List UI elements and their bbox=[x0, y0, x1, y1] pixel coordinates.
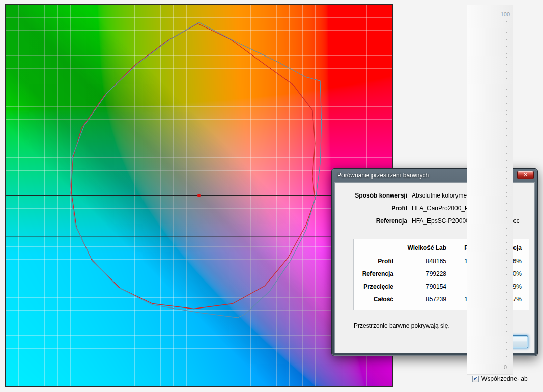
row-label-total: Całość bbox=[358, 293, 393, 306]
checkbox-box[interactable]: ✔ bbox=[472, 376, 479, 382]
cell-intersection-lab: 790154 bbox=[393, 281, 446, 293]
cell-reference-lab: 799228 bbox=[393, 268, 446, 281]
row-label-profile: Profil bbox=[358, 255, 393, 268]
close-icon: ✕ bbox=[523, 172, 528, 178]
conversion-method-label: Sposób konwersji bbox=[335, 191, 407, 200]
row-label-reference: Referencja bbox=[358, 268, 393, 281]
checkbox-label: Współrzędne- ab bbox=[481, 375, 528, 382]
check-icon: ✔ bbox=[473, 376, 478, 381]
close-button[interactable]: ✕ bbox=[517, 171, 534, 179]
slider-track[interactable] bbox=[506, 21, 507, 360]
slider-min-label: 0 bbox=[504, 364, 507, 370]
dialog-title: Porównanie przestrzeni barwnych bbox=[337, 172, 429, 179]
profile-label: Profil bbox=[335, 204, 407, 212]
table-header-lab: Wielkość Lab bbox=[393, 242, 446, 255]
table-header-empty bbox=[358, 242, 393, 255]
reference-label: Referencja bbox=[335, 217, 407, 225]
slider-max-label: 100 bbox=[501, 11, 510, 17]
row-label-intersection: Przecięcie bbox=[358, 281, 393, 293]
status-text: Przestrzenie barwne pokrywają się. bbox=[354, 322, 450, 329]
lightness-slider: 100 0 bbox=[467, 5, 513, 375]
cell-profile-lab: 848165 bbox=[393, 255, 446, 268]
coordinates-checkbox[interactable]: ✔ Współrzędne- ab bbox=[472, 375, 528, 382]
cell-total-lab: 857239 bbox=[393, 293, 446, 306]
